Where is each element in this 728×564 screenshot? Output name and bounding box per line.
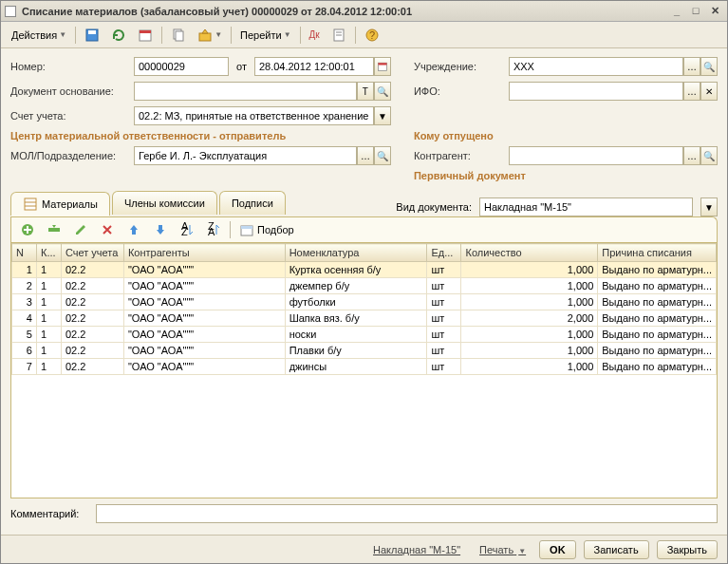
cell-n: 5 [12,327,37,343]
report-icon[interactable] [327,25,351,46]
add-row-icon[interactable] [15,220,40,239]
account-dd-button[interactable]: ▼ [374,106,391,125]
cell-unit: шт [427,359,461,375]
cell-kagent: "ОАО "АОА""" [123,310,285,327]
insert-row-icon[interactable] [42,220,66,239]
save-button[interactable]: Записать [584,540,649,559]
edit-row-icon[interactable] [68,220,93,239]
mol-ellipsis-button[interactable]: … [357,146,374,165]
tab-signs[interactable]: Подписи [219,191,286,215]
kagent-input[interactable] [509,146,683,165]
cell-n: 3 [12,294,37,310]
cell-qty: 1,000 [461,359,598,375]
col-acc[interactable]: Счет учета [61,244,123,262]
from-label: от [236,61,247,72]
ifo-clear-button[interactable]: ✕ [700,82,718,101]
goto-menu[interactable]: Перейти▼ [235,25,296,46]
statusbar: Накладная "М-15" Печать ▼ OK Записать За… [1,535,727,563]
ifo-ellipsis-button[interactable]: … [683,82,700,101]
cell-acc: 02.2 [61,294,123,310]
col-qty[interactable]: Количество [461,244,598,262]
svg-rect-18 [48,228,60,232]
cell-qty: 1,000 [461,278,598,294]
col-reason[interactable]: Причина списания [598,244,717,262]
number-input[interactable] [134,57,229,76]
status-invoice[interactable]: Накладная "М-15" [367,541,466,558]
actions-menu[interactable]: Действия▼ [7,25,71,46]
ifo-input[interactable] [509,82,683,101]
doc-base-t-button[interactable]: T [357,82,374,101]
cell-k: 1 [36,310,61,327]
status-print[interactable]: Печать ▼ [474,541,532,558]
table-row[interactable]: 1102.2"ОАО "АОА"""Куртка осенняя б/ушт1,… [12,262,717,278]
sort-desc-icon[interactable]: ZA [201,220,226,239]
mol-input[interactable] [134,146,357,165]
minimize-button[interactable]: _ [668,4,685,19]
table-row[interactable]: 7102.2"ОАО "АОА"""джинсышт1,000Выдано по… [12,359,717,375]
cell-k: 1 [36,278,61,294]
col-kagent[interactable]: Контрагенты [123,244,285,262]
cell-reason: Выдано по арматурн... [598,327,717,343]
refresh-icon[interactable] [106,25,131,46]
col-k[interactable]: К... [36,244,61,262]
copy-icon[interactable] [166,25,191,46]
whom-header: Кому отпущено [414,130,718,141]
close-form-button[interactable]: Закрыть [657,540,718,559]
save-icon[interactable] [80,25,104,46]
table-row[interactable]: 5102.2"ОАО "АОА"""носкишт1,000Выдано по … [12,327,717,343]
doc-base-search-button[interactable]: 🔍 [374,82,391,101]
col-nom[interactable]: Номенклатура [285,244,427,262]
date-picker-button[interactable] [374,57,391,76]
table-row[interactable]: 3102.2"ОАО "АОА"""футболкишт1,000Выдано … [12,294,717,310]
kagent-ellipsis-button[interactable]: … [683,146,700,165]
inst-input[interactable] [509,57,683,76]
table-row[interactable]: 6102.2"ОАО "АОА"""Плавки б/ушт1,000Выдан… [12,343,717,359]
date-input[interactable] [254,57,374,76]
cell-acc: 02.2 [61,262,123,278]
table-row[interactable]: 4102.2"ОАО "АОА"""Шапка вяз. б/ушт2,000В… [12,310,717,327]
inst-search-button[interactable]: 🔍 [700,57,718,76]
maximize-button[interactable]: □ [687,4,704,19]
grid-icon [23,197,38,212]
delete-row-icon[interactable] [95,220,120,239]
cell-kagent: "ОАО "АОА""" [123,294,285,310]
table-row[interactable]: 2102.2"ОАО "АОА"""джемпер б/ушт1,000Выда… [12,278,717,294]
comment-input[interactable] [96,504,718,523]
tab-commission[interactable]: Члены комиссии [112,191,217,215]
cell-n: 6 [12,343,37,359]
grid-toolbar: AZ ZA Подбор [10,216,718,242]
cell-acc: 02.2 [61,327,123,343]
close-button[interactable]: ✕ [706,4,723,19]
move-up-icon[interactable] [121,220,146,239]
cell-kagent: "ОАО "АОА""" [123,327,285,343]
cell-kagent: "ОАО "АОА""" [123,343,285,359]
cell-qty: 1,000 [461,262,598,278]
calendar-icon[interactable] [133,25,158,46]
cell-acc: 02.2 [61,310,123,327]
inst-ellipsis-button[interactable]: … [683,57,700,76]
svg-rect-1 [88,30,96,34]
cell-k: 1 [36,359,61,375]
tab-materials[interactable]: Материалы [10,192,110,216]
col-unit[interactable]: Ед... [427,244,461,262]
doc-base-label: Документ основание: [10,85,134,97]
svg-rect-3 [140,30,151,33]
cell-unit: шт [427,327,461,343]
cell-k: 1 [36,327,61,343]
select-button[interactable]: Подбор [234,220,299,239]
dk-icon[interactable]: Дк [305,25,325,46]
col-n[interactable]: N [12,244,37,262]
fill-icon[interactable]: ▼ [193,25,227,46]
ok-button[interactable]: OK [539,540,576,559]
grid[interactable]: N К... Счет учета Контрагенты Номенклату… [10,242,718,498]
mol-search-button[interactable]: 🔍 [374,146,391,165]
help-icon[interactable]: ? [360,25,384,46]
cell-unit: шт [427,310,461,327]
kagent-search-button[interactable]: 🔍 [700,146,718,165]
kind-input[interactable] [479,197,693,216]
doc-base-input[interactable] [134,82,357,101]
move-down-icon[interactable] [148,220,173,239]
account-input[interactable] [134,106,374,125]
kind-dd-button[interactable]: ▼ [700,197,718,216]
sort-asc-icon[interactable]: AZ [175,220,199,239]
